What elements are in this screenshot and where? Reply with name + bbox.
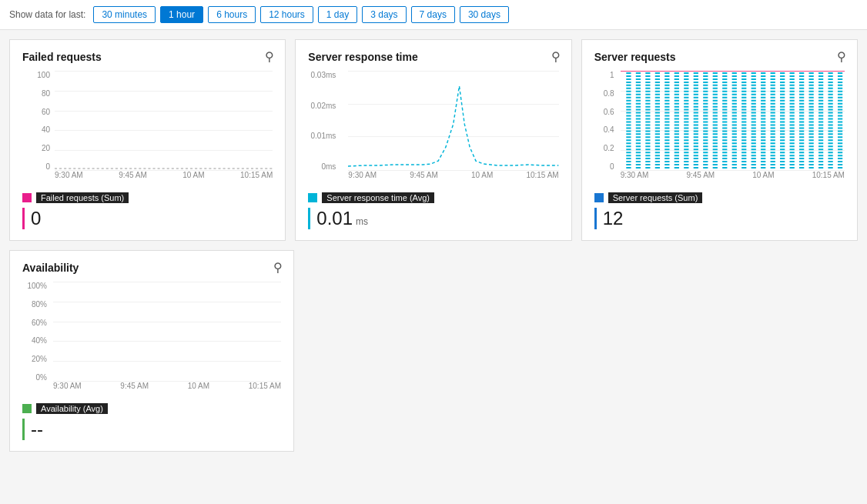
y-label: 80 bbox=[22, 89, 53, 98]
y-label: 100% bbox=[22, 282, 50, 290]
chart-area-requests: 1 0.8 0.6 0.4 0.2 0 bbox=[594, 71, 845, 186]
legend-color-availability bbox=[22, 404, 32, 413]
pin-icon-response[interactable]: ⚲ bbox=[551, 49, 561, 64]
topbar-label: Show data for last: bbox=[9, 9, 85, 20]
y-label: 0 bbox=[594, 162, 618, 171]
pin-icon-failed[interactable]: ⚲ bbox=[265, 49, 274, 64]
chart-area-failed: 100 80 60 40 20 0 bbox=[22, 71, 273, 186]
row-2: ⚲ Availability 100% 80% 60% 40% 20% 0% bbox=[9, 250, 858, 452]
metric-value-failed: 0 bbox=[22, 208, 273, 229]
chart-area-response: 0.03ms 0.02ms 0.01ms 0ms 9:30 AM bbox=[308, 71, 558, 186]
x-label: 10 AM bbox=[752, 171, 774, 186]
legend-label-failed: Failed requests (Sum) bbox=[36, 192, 129, 203]
legend-area-response: Server response time (Avg) 0.01ms bbox=[308, 192, 558, 229]
y-label: 0.02ms bbox=[308, 102, 339, 110]
legend-label-requests: Server requests (Sum) bbox=[608, 192, 703, 203]
card-server-requests: ⚲ Server requests 1 0.8 0.6 0.4 0.2 0 bbox=[581, 39, 858, 241]
legend-label-response: Server response time (Avg) bbox=[322, 192, 434, 203]
card-title-failed: Failed requests bbox=[22, 51, 273, 63]
btn-30min[interactable]: 30 minutes bbox=[93, 6, 156, 23]
legend-color-requests bbox=[594, 193, 604, 202]
legend-area-failed: Failed requests (Sum) 0 bbox=[22, 192, 273, 229]
dashboard: ⚲ Failed requests 100 80 60 40 20 0 bbox=[0, 30, 867, 461]
x-label: 9:45 AM bbox=[120, 382, 149, 397]
legend-color-response bbox=[308, 193, 317, 202]
y-label: 0ms bbox=[308, 162, 339, 171]
row-2-spacer bbox=[303, 250, 858, 452]
y-label: 20 bbox=[22, 144, 53, 152]
pin-icon-availability[interactable]: ⚲ bbox=[273, 260, 283, 275]
metric-value-availability: -- bbox=[22, 419, 281, 440]
card-failed-requests: ⚲ Failed requests 100 80 60 40 20 0 bbox=[9, 39, 286, 241]
x-label: 10 AM bbox=[471, 171, 493, 186]
legend-area-requests: Server requests (Sum) 12 bbox=[594, 192, 845, 229]
card-title-availability: Availability bbox=[22, 262, 281, 274]
y-label: 0.2 bbox=[594, 144, 618, 152]
y-label: 0 bbox=[22, 162, 53, 171]
btn-7days[interactable]: 7 days bbox=[411, 6, 455, 23]
btn-30days[interactable]: 30 days bbox=[460, 6, 509, 23]
x-label: 9:30 AM bbox=[621, 171, 649, 186]
card-title-requests: Server requests bbox=[594, 51, 845, 63]
row-1: ⚲ Failed requests 100 80 60 40 20 0 bbox=[9, 39, 858, 241]
top-bar: Show data for last: 30 minutes 1 hour 6 … bbox=[0, 0, 867, 30]
chart-area-availability: 100% 80% 60% 40% 20% 0% bbox=[22, 282, 281, 397]
pin-icon-requests[interactable]: ⚲ bbox=[837, 49, 846, 64]
metric-value-response: 0.01ms bbox=[308, 208, 558, 229]
y-label: 100 bbox=[22, 71, 53, 79]
x-label: 9:30 AM bbox=[55, 171, 83, 186]
x-label: 9:45 AM bbox=[119, 171, 147, 186]
btn-1hour[interactable]: 1 hour bbox=[160, 6, 203, 23]
x-label: 10:15 AM bbox=[249, 382, 281, 397]
card-title-response: Server response time bbox=[308, 51, 558, 63]
legend-area-availability: Availability (Avg) -- bbox=[22, 403, 281, 440]
y-label: 60 bbox=[22, 108, 53, 116]
legend-color-failed bbox=[22, 193, 32, 202]
y-label: 20% bbox=[22, 355, 50, 363]
y-label: 40% bbox=[22, 336, 50, 345]
x-label: 10 AM bbox=[182, 171, 204, 186]
x-label: 10:15 AM bbox=[526, 171, 558, 186]
y-label: 0.8 bbox=[594, 89, 618, 98]
btn-6hours[interactable]: 6 hours bbox=[208, 6, 256, 23]
y-label: 60% bbox=[22, 319, 50, 327]
y-label: 0.03ms bbox=[308, 71, 339, 79]
y-label: 0.6 bbox=[594, 108, 618, 116]
y-label: 0.01ms bbox=[308, 132, 339, 140]
x-label: 10:15 AM bbox=[240, 171, 273, 186]
y-label: 0% bbox=[22, 373, 50, 382]
x-label: 9:30 AM bbox=[53, 382, 82, 397]
y-label: 0.4 bbox=[594, 125, 618, 134]
btn-3days[interactable]: 3 days bbox=[362, 6, 406, 23]
x-label: 9:45 AM bbox=[410, 171, 438, 186]
x-label: 9:45 AM bbox=[686, 171, 715, 186]
btn-12hours[interactable]: 12 hours bbox=[260, 6, 313, 23]
metric-value-requests: 12 bbox=[594, 208, 845, 229]
x-label: 10 AM bbox=[188, 382, 209, 397]
legend-label-availability: Availability (Avg) bbox=[36, 403, 108, 414]
x-label: 10:15 AM bbox=[812, 171, 845, 186]
card-server-response: ⚲ Server response time 0.03ms 0.02ms 0.0… bbox=[295, 39, 571, 241]
x-label: 9:30 AM bbox=[348, 171, 377, 186]
y-label: 40 bbox=[22, 125, 53, 134]
btn-1day[interactable]: 1 day bbox=[318, 6, 357, 23]
y-label: 1 bbox=[594, 71, 618, 79]
card-availability: ⚲ Availability 100% 80% 60% 40% 20% 0% bbox=[9, 250, 294, 452]
y-label: 80% bbox=[22, 300, 50, 309]
